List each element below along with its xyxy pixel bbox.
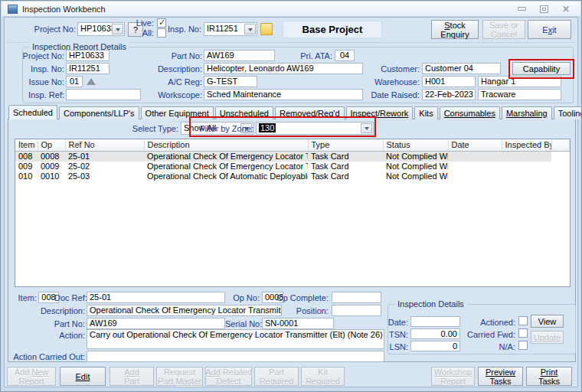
base-project-banner: Base Project [283,21,382,38]
issue-no-label: Issue No: [16,77,64,87]
rd-project-no-label: Project No: [16,51,64,61]
customer-field[interactable]: Customer 04 [422,63,501,74]
tab-marshaling[interactable]: Marshaling [502,106,552,119]
actioned-checkbox[interactable] [518,316,528,325]
col-type[interactable]: Type [308,139,383,151]
tsn-field[interactable]: 0.00 [410,328,460,339]
detail-description-field[interactable]: Operational Check Of Emergency Locator T… [87,305,282,316]
annotation-filter-zone-highlight [189,116,376,137]
op-complete-field[interactable] [332,292,381,303]
tab-tooling[interactable]: Tooling [554,106,582,119]
add-part-button[interactable]: AddPart [110,367,154,386]
chevron-down-icon[interactable] [244,24,256,34]
view-button[interactable]: View [531,315,564,328]
table-row[interactable]: 009000925-02 Operational Check Of Emerge… [15,162,570,172]
col-inspected-by[interactable]: Inspected By [502,139,551,151]
insp-ref-field[interactable] [66,89,141,100]
issue-up-icon[interactable] [87,78,96,85]
pri-ata-field[interactable]: 04 [335,50,355,61]
workshop-report-button[interactable]: WorkshopReport [431,367,475,386]
close-icon[interactable] [562,5,570,13]
preview-tasks-button[interactable]: PreviewTasks [478,367,523,386]
window-title: Inspection Workbench [22,5,106,14]
print-tasks-button[interactable]: PrintTasks [526,367,572,386]
tsn-label: TSN: [378,330,408,340]
update-button[interactable]: Update [531,331,564,344]
col-op[interactable]: Op [38,139,65,151]
table-row[interactable]: 010001025-03 Operational Check Of Automa… [15,172,570,181]
col-item[interactable]: Item [15,139,38,151]
part-no-field[interactable]: AW169 [204,50,275,61]
table-row[interactable]: 008000825-01 Operational Check Of Emerge… [15,151,570,162]
app-icon [8,5,18,14]
group-title: Inspection Details [394,299,467,309]
note-icon[interactable] [260,23,273,35]
na-checkbox[interactable] [518,341,528,350]
lsn-label: LSN: [378,342,408,352]
project-no-label: Project No: [24,24,76,34]
exit-button[interactable]: Exit [528,20,571,39]
live-label: Live: [129,18,154,28]
add-new-report-button[interactable]: Add NewReport [7,367,56,386]
lsn-field[interactable]: 0 [410,341,460,351]
save-or-cancel-button[interactable]: Save orCancel [482,20,525,39]
date-raised-field[interactable]: 22-Feb-2023 [422,89,476,100]
titlebar: Inspection Workbench [2,2,580,17]
col-description[interactable]: Description [144,139,308,151]
carried-fwd-label: Carried Fwd: [460,330,515,340]
tab-scheduled[interactable]: Scheduled [8,105,57,119]
rd-insp-no-field[interactable]: IR11251 [66,63,110,74]
maximize-icon[interactable] [540,5,548,13]
part-required-button[interactable]: PartRequired [254,367,299,386]
raised-by-field[interactable]: Tracware [478,89,561,100]
serial-no-field[interactable]: SN-0001 [262,318,334,329]
add-related-defect-button[interactable]: Add RelatedDefect [205,367,252,386]
edit-button[interactable]: Edit [60,367,106,386]
insp-no-label: Insp. No: [168,24,201,34]
insp-ref-label: Insp. Ref: [16,90,64,100]
col-date[interactable]: Date [448,139,502,151]
op-complete-label: Op Complete: [275,293,329,303]
col-status[interactable]: Status [383,139,448,151]
carried-fwd-checkbox[interactable] [518,328,528,338]
tab-consumables[interactable]: Consumables [440,106,500,119]
pri-ata-label: Pri. ATA: [298,51,332,61]
customer-label: Customer: [368,64,420,74]
warehouse-label: Warehouse: [368,77,420,87]
ac-reg-field[interactable]: G-TEST [204,76,257,87]
workscope-field[interactable]: Sched Maintenance [204,89,363,100]
col-ref-no[interactable]: Ref No [65,139,144,151]
kit-required-button[interactable]: KitRequired [301,367,345,386]
request-part-master-button[interactable]: RequestPart Master [156,367,203,386]
action-field[interactable]: Carry out Operational Check Of Emergency… [87,329,384,349]
actioned-label: Actioned: [460,318,515,328]
select-type-label: Select Type: [116,124,178,134]
issue-no-field[interactable]: 01 [66,76,83,87]
insp-date-field[interactable] [410,316,460,327]
chevron-down-icon[interactable] [112,24,123,34]
project-no-combo[interactable]: HP10633 [77,22,125,36]
stock-enquiry-button[interactable]: StockEnquiry [431,20,479,39]
detail-part-no-field[interactable]: AW169 [87,318,225,329]
warehouse-code-field[interactable]: H001 [422,76,476,87]
doc-ref-label: Doc Ref: [54,293,85,303]
all-label: All: [129,28,154,38]
inspection-workbench-window: Inspection Workbench Project No: HP10633… [0,0,582,392]
detail-part-no-label: Part No: [51,319,85,329]
position-label: Position: [292,306,329,316]
doc-ref-field[interactable]: 25-01 [87,292,225,303]
live-checkbox[interactable] [157,18,166,28]
all-checkbox[interactable] [157,28,166,38]
insp-no-combo[interactable]: IR11251 [204,22,257,36]
table-header-row: Item Op Ref No Description Type Status D… [15,139,570,151]
serial-no-label: Serial No: [225,319,260,329]
action-carried-out-label: Action Carried Out: [7,352,85,362]
description-field[interactable]: Helicopter, Leonardo AW169 [204,63,363,74]
minimize-icon[interactable] [518,7,526,11]
tab-kits[interactable]: Kits [414,106,437,119]
tab-components-llps[interactable]: Components/LLP's [59,106,139,119]
rd-project-no-field[interactable]: HP10633 [66,50,110,61]
action-carried-out-field[interactable] [87,351,384,362]
position-field[interactable] [332,305,381,316]
insp-date-label: Date: [378,318,408,328]
